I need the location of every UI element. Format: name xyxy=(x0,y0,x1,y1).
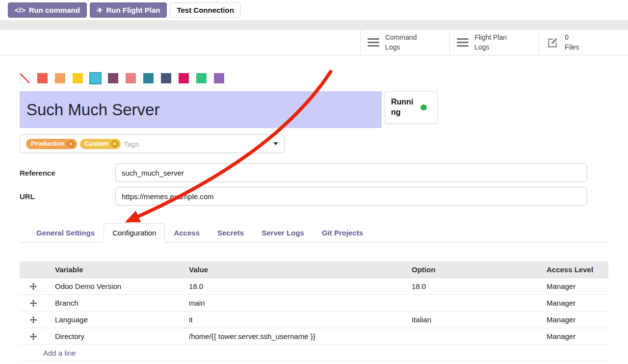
top-toolbar: </> Run command ✈ Run Flight Plan Test C… xyxy=(0,0,628,20)
separator-band xyxy=(0,20,628,30)
url-field-row: URL xyxy=(20,187,608,206)
drag-handle[interactable] xyxy=(20,316,47,323)
menu-icon xyxy=(457,36,469,49)
files-button[interactable]: 0 Files xyxy=(539,30,628,55)
tab-git-projects[interactable]: Git Projects xyxy=(313,223,372,243)
main-content: Such Much Server Running Production×Cust… xyxy=(0,73,628,362)
cell-access-level[interactable]: Manager xyxy=(538,282,608,290)
color-swatch-teal[interactable] xyxy=(143,73,154,83)
remove-tag-icon[interactable]: × xyxy=(67,140,75,148)
cell-variable[interactable]: Language xyxy=(47,315,181,324)
reference-input[interactable] xyxy=(115,163,587,182)
run-command-button[interactable]: </> Run command xyxy=(8,2,87,18)
table-row[interactable]: Language it Italian Manager xyxy=(20,312,608,328)
color-swatch-green[interactable] xyxy=(196,73,207,83)
cell-value[interactable]: /home/{{ tower.server.ssh_username }} xyxy=(181,332,403,340)
server-name-input[interactable]: Such Much Server xyxy=(20,91,382,128)
tag-label: Production xyxy=(31,140,65,147)
tags-input[interactable]: Production×Custom× Tags xyxy=(20,134,285,153)
color-swatch-dark-blue[interactable] xyxy=(161,73,171,83)
drag-handle[interactable] xyxy=(20,333,47,340)
move-icon xyxy=(30,300,37,307)
command-logs-button[interactable]: Command Logs xyxy=(360,30,449,55)
cell-variable[interactable]: Odoo Demo Version xyxy=(47,282,181,290)
cell-value[interactable]: it xyxy=(181,315,403,324)
color-swatch-red[interactable] xyxy=(37,73,48,83)
tab-server-logs[interactable]: Server Logs xyxy=(253,223,313,243)
tab-general-settings[interactable]: General Settings xyxy=(27,223,104,243)
color-swatch-orange[interactable] xyxy=(55,73,65,83)
files-count: 0 xyxy=(565,33,579,43)
cell-variable[interactable]: Branch xyxy=(47,299,181,307)
cell-value[interactable]: main xyxy=(181,299,403,307)
run-flight-plan-button[interactable]: ✈ Run Flight Plan xyxy=(90,2,167,18)
tab-secrets[interactable]: Secrets xyxy=(209,223,253,243)
plane-icon: ✈ xyxy=(96,5,104,15)
table-row[interactable]: Directory /home/{{ tower.server.ssh_user… xyxy=(20,328,608,345)
col-header-access-level[interactable]: Access Level xyxy=(538,265,608,274)
run-flight-plan-label: Run Flight Plan xyxy=(106,6,160,14)
cell-variable[interactable]: Directory xyxy=(47,332,181,340)
files-label: Files xyxy=(565,43,579,52)
tag-pill-production[interactable]: Production× xyxy=(26,139,77,149)
table-row[interactable]: Odoo Demo Version 18.0 18.0 Manager xyxy=(20,278,608,295)
col-header-variable[interactable]: Variable xyxy=(47,265,181,274)
drag-handle[interactable] xyxy=(20,300,47,307)
tag-pill-custom[interactable]: Custom× xyxy=(80,139,121,149)
cell-access-level[interactable]: Manager xyxy=(538,315,608,324)
remove-tag-icon[interactable]: × xyxy=(111,140,118,148)
move-icon xyxy=(30,316,37,323)
cell-access-level[interactable]: Manager xyxy=(538,299,608,307)
status-label: Running xyxy=(391,97,417,118)
tab-configuration[interactable]: Configuration xyxy=(104,223,165,243)
col-header-option[interactable]: Option xyxy=(403,265,538,274)
cell-access-level[interactable]: Manager xyxy=(538,332,608,340)
flight-plan-logs-label: Flight Plan Logs xyxy=(474,33,517,52)
tab-access[interactable]: Access xyxy=(165,223,209,243)
color-swatch-salmon[interactable] xyxy=(126,73,136,83)
add-line-row: Add a line xyxy=(20,345,608,362)
color-swatch-none[interactable] xyxy=(20,73,30,83)
flight-plan-logs-button[interactable]: Flight Plan Logs xyxy=(449,30,539,55)
url-input[interactable] xyxy=(115,187,587,206)
header-row: Command Logs Flight Plan Logs 0 Files xyxy=(0,30,628,55)
add-line-link[interactable]: Add a line xyxy=(43,349,76,357)
fields: Reference URL xyxy=(20,163,608,206)
cell-option[interactable]: 18.0 xyxy=(403,282,538,290)
drag-handle[interactable] xyxy=(20,283,47,290)
color-swatch-yellow[interactable] xyxy=(73,73,83,83)
test-connection-button[interactable]: Test Connection xyxy=(170,2,240,18)
color-swatch-purple[interactable] xyxy=(214,73,224,83)
color-swatch-dark-purple[interactable] xyxy=(108,73,118,83)
move-icon xyxy=(30,283,37,290)
code-icon: </> xyxy=(15,6,26,14)
cell-option[interactable]: Italian xyxy=(403,315,538,324)
cell-value[interactable]: 18.0 xyxy=(181,282,403,290)
table-header-row: Variable Value Option Access Level xyxy=(20,261,608,278)
status-dot-green-icon xyxy=(420,104,427,110)
dropdown-caret-icon[interactable] xyxy=(273,142,278,145)
status-card: Running xyxy=(385,91,438,124)
tags-placeholder: Tags xyxy=(124,140,139,148)
reference-label: Reference xyxy=(20,169,115,177)
color-picker xyxy=(20,73,608,83)
move-icon xyxy=(30,333,37,340)
run-command-label: Run command xyxy=(29,6,80,14)
configuration-table: Variable Value Option Access Level Odoo … xyxy=(20,261,608,362)
color-swatch-light-blue[interactable] xyxy=(90,73,101,83)
tag-pills: Production×Custom× xyxy=(26,139,121,149)
tab-bar: General SettingsConfigurationAccessSecre… xyxy=(20,223,608,243)
tag-label: Custom xyxy=(85,140,108,147)
name-row: Such Much Server Running xyxy=(20,91,608,128)
reference-field-row: Reference xyxy=(20,163,608,182)
url-label: URL xyxy=(20,192,115,201)
command-logs-label: Command Logs xyxy=(385,33,427,52)
col-header-value[interactable]: Value xyxy=(181,265,403,274)
menu-icon xyxy=(367,36,379,49)
color-swatch-magenta[interactable] xyxy=(179,73,189,83)
table-row[interactable]: Branch main Manager xyxy=(20,295,608,312)
table-body: Odoo Demo Version 18.0 18.0 Manager Bran… xyxy=(20,278,608,345)
edit-icon xyxy=(546,35,559,50)
